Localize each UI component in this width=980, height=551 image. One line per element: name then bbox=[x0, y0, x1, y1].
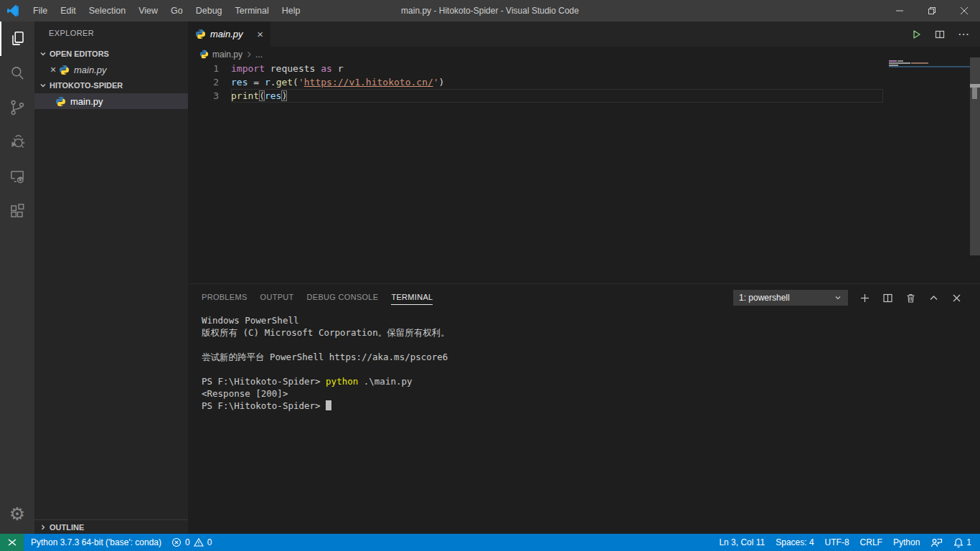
menu-edit[interactable]: Edit bbox=[54, 0, 83, 22]
breadcrumb: main.py ... bbox=[188, 47, 970, 62]
chevron-down-icon bbox=[834, 293, 842, 302]
remote-explorer-icon[interactable] bbox=[0, 159, 34, 194]
close-panel-icon[interactable] bbox=[951, 293, 962, 303]
open-editor-filename: main.py bbox=[74, 65, 107, 75]
extensions-icon[interactable] bbox=[0, 194, 34, 228]
minimap-current-line bbox=[889, 66, 970, 67]
terminal-line: 版权所有 (C) Microsoft Corporation。保留所有权利。 bbox=[202, 326, 450, 339]
maximize-panel-icon[interactable] bbox=[928, 293, 939, 303]
folder-name-label: HITOKOTO-SPIDER bbox=[50, 81, 123, 90]
sidebar-title: EXPLORER bbox=[49, 29, 94, 37]
kill-terminal-trash-icon[interactable] bbox=[905, 293, 916, 303]
notifications-status[interactable]: 1 bbox=[953, 537, 971, 548]
more-actions-icon[interactable]: ⋯ bbox=[958, 27, 970, 41]
terminal-prompt-line: PS F:\Hitokoto-Spider> bbox=[202, 400, 450, 412]
python-file-icon bbox=[195, 29, 206, 39]
terminal-selector-dropdown[interactable]: 1: powershell bbox=[733, 290, 848, 306]
terminal-line bbox=[202, 363, 450, 375]
breadcrumb-file[interactable]: main.py bbox=[212, 50, 242, 60]
restore-icon[interactable] bbox=[915, 0, 948, 22]
python-file-icon bbox=[199, 50, 209, 59]
tab-main-py[interactable]: main.py × bbox=[188, 22, 270, 47]
activity-bar: ⚙ bbox=[0, 22, 34, 534]
debug-icon[interactable] bbox=[0, 125, 34, 159]
window-title: main.py - Hitokoto-Spider - Visual Studi… bbox=[401, 0, 579, 22]
error-count: 0 bbox=[185, 537, 190, 547]
indentation-status[interactable]: Spaces: 4 bbox=[776, 537, 814, 547]
tab-output[interactable]: OUTPUT bbox=[260, 293, 294, 305]
minimize-icon[interactable] bbox=[883, 0, 915, 22]
tab-debug-console[interactable]: DEBUG CONSOLE bbox=[307, 293, 379, 305]
remote-icon bbox=[6, 537, 18, 548]
python-interpreter-status[interactable]: Python 3.7.3 64-bit ('base': conda) bbox=[31, 537, 161, 547]
editor-tab-bar: main.py × ⋯ bbox=[188, 22, 980, 47]
split-terminal-icon[interactable] bbox=[882, 293, 893, 303]
cursor-position-status[interactable]: Ln 3, Col 11 bbox=[719, 537, 765, 547]
language-mode-status[interactable]: Python bbox=[893, 537, 920, 547]
source-control-icon[interactable] bbox=[0, 90, 34, 125]
line-number: 2 bbox=[188, 75, 219, 89]
tab-label: main.py bbox=[210, 29, 243, 39]
minimap[interactable] bbox=[897, 60, 903, 62]
new-terminal-icon[interactable] bbox=[859, 293, 870, 303]
error-icon bbox=[171, 537, 182, 547]
line-number: 1 bbox=[188, 62, 219, 75]
terminal-selector-value: 1: powershell bbox=[739, 293, 790, 303]
vscode-logo-icon bbox=[6, 4, 19, 17]
explorer-icon[interactable] bbox=[0, 22, 34, 56]
menu-debug[interactable]: Debug bbox=[189, 0, 229, 22]
menu-go[interactable]: Go bbox=[164, 0, 189, 22]
chevron-right-icon bbox=[246, 51, 252, 58]
scrollbar-thumb[interactable] bbox=[972, 88, 977, 99]
python-file-icon bbox=[59, 65, 70, 75]
eol-status[interactable]: CRLF bbox=[860, 537, 882, 547]
minimap[interactable] bbox=[889, 60, 897, 62]
close-window-icon[interactable] bbox=[948, 0, 980, 22]
feedback-icon[interactable] bbox=[930, 537, 943, 548]
minimap[interactable] bbox=[911, 62, 928, 64]
outline-section-header[interactable]: OUTLINE bbox=[34, 519, 188, 534]
file-item-filename: main.py bbox=[70, 96, 103, 107]
encoding-status[interactable]: UTF-8 bbox=[825, 537, 849, 547]
python-file-icon bbox=[55, 96, 66, 107]
problems-status[interactable]: 0 0 bbox=[171, 537, 212, 547]
chevron-down-icon bbox=[39, 50, 47, 57]
open-editor-item-main-py[interactable]: × main.py bbox=[34, 62, 188, 77]
file-item-main-py[interactable]: main.py bbox=[34, 93, 188, 109]
settings-gear-icon[interactable]: ⚙ bbox=[0, 499, 34, 528]
bell-icon bbox=[953, 537, 963, 548]
code-line-1: 1import requests as r bbox=[188, 62, 970, 75]
terminal-cursor bbox=[326, 400, 331, 410]
menu-help[interactable]: Help bbox=[275, 0, 307, 22]
line-number: 3 bbox=[188, 89, 219, 103]
tab-close-icon[interactable]: × bbox=[257, 29, 263, 39]
terminal-output[interactable]: Windows PowerShell 版权所有 (C) Microsoft Co… bbox=[202, 314, 450, 412]
tab-problems[interactable]: PROBLEMS bbox=[202, 293, 248, 305]
tab-terminal[interactable]: TERMINAL bbox=[391, 293, 433, 305]
search-icon[interactable] bbox=[0, 56, 34, 90]
run-button-icon[interactable] bbox=[910, 29, 922, 40]
folder-header-hitokoto-spider[interactable]: HITOKOTO-SPIDER bbox=[34, 77, 188, 93]
bottom-panel: PROBLEMS OUTPUT DEBUG CONSOLE TERMINAL 1… bbox=[188, 283, 980, 534]
notification-count: 1 bbox=[966, 537, 971, 547]
minimap[interactable] bbox=[889, 62, 910, 64]
title-bar: File Edit Selection View Go Debug Termin… bbox=[0, 0, 980, 22]
menu-view[interactable]: View bbox=[132, 0, 164, 22]
url-link[interactable]: https://v1.hitokoto.cn/ bbox=[304, 77, 433, 88]
split-editor-icon[interactable] bbox=[934, 29, 946, 40]
breadcrumb-symbol[interactable]: ... bbox=[255, 50, 263, 60]
menu-file[interactable]: File bbox=[27, 0, 54, 22]
terminal-line: <Response [200]> bbox=[202, 387, 450, 400]
open-editors-label: OPEN EDITORS bbox=[50, 50, 109, 58]
terminal-line: Windows PowerShell bbox=[202, 314, 450, 326]
menu-selection[interactable]: Selection bbox=[83, 0, 132, 22]
warning-icon bbox=[194, 537, 204, 547]
remote-indicator[interactable] bbox=[0, 534, 24, 551]
open-editors-header[interactable]: OPEN EDITORS bbox=[34, 46, 188, 62]
terminal-line: 尝试新的跨平台 PowerShell https://aka.ms/pscore… bbox=[202, 351, 450, 363]
menu-terminal[interactable]: Terminal bbox=[229, 0, 275, 22]
explorer-sidebar: EXPLORER OPEN EDITORS × main.py HITOKOTO… bbox=[34, 22, 188, 534]
close-editor-icon[interactable]: × bbox=[47, 64, 59, 75]
terminal-line: PS F:\Hitokoto-Spider> python .\main.py bbox=[202, 375, 450, 387]
warning-count: 0 bbox=[207, 537, 212, 547]
